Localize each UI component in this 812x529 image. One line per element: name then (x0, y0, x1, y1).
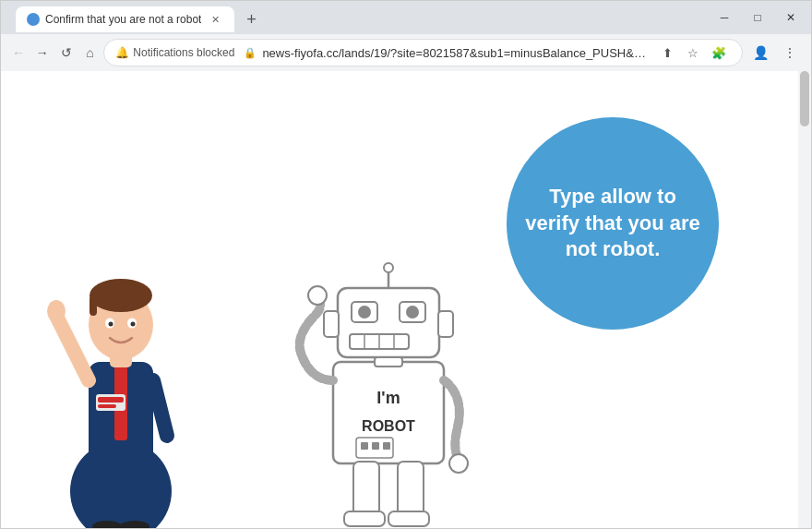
tab-favicon (27, 13, 40, 26)
svg-text:I'm: I'm (376, 389, 400, 407)
svg-text:ROBOT: ROBOT (362, 418, 415, 434)
svg-rect-39 (375, 357, 402, 367)
toolbar-right: 👤 ⋮ (746, 39, 804, 66)
lock-icon: 🔒 (244, 47, 257, 59)
svg-point-19 (131, 322, 136, 327)
svg-point-14 (90, 279, 152, 312)
title-bar: Confirm that you are not a robot ✕ + ─ □… (1, 1, 811, 34)
page-content: Type allow to verify that you are not ro… (1, 71, 811, 528)
svg-point-34 (406, 306, 419, 319)
svg-rect-8 (98, 397, 124, 403)
tab-close-button[interactable]: ✕ (207, 11, 223, 28)
address-actions: ⬆ ☆ 🧩 (655, 41, 731, 65)
active-tab[interactable]: Confirm that you are not a robot ✕ (16, 6, 234, 32)
scrollbar[interactable] (798, 71, 811, 528)
minimize-button[interactable]: ─ (711, 5, 737, 30)
svg-rect-9 (98, 404, 116, 408)
verification-text: Type allow to verify that you are not ro… (525, 184, 700, 263)
nav-bar: ← → ↺ ⌂ 🔔 Notifications blocked 🔒 news-f… (1, 34, 811, 71)
profile-button[interactable]: 👤 (746, 39, 774, 66)
svg-rect-27 (383, 442, 390, 450)
robot-illustration: I'm ROBOT (287, 260, 490, 528)
reload-button[interactable]: ↺ (56, 39, 77, 66)
url-text: news-fiyofa.cc/lands/19/?site=8021587&su… (262, 46, 650, 60)
svg-point-43 (449, 454, 468, 473)
maximize-button[interactable]: □ (745, 5, 770, 30)
svg-point-42 (308, 286, 327, 305)
bookmark-button[interactable]: ☆ (681, 41, 705, 65)
svg-rect-44 (353, 462, 379, 517)
menu-button[interactable]: ⋮ (776, 39, 804, 66)
svg-rect-40 (324, 311, 339, 337)
extensions-button[interactable]: 🧩 (707, 41, 731, 65)
home-button[interactable]: ⌂ (79, 39, 100, 66)
notification-blocked-badge: 🔔 Notifications blocked (115, 46, 234, 59)
svg-point-18 (109, 322, 113, 327)
svg-rect-1 (98, 454, 116, 528)
tab-title: Confirm that you are not a robot (45, 13, 201, 26)
svg-line-11 (153, 380, 167, 436)
person-illustration (47, 233, 195, 528)
svg-rect-45 (398, 462, 424, 517)
svg-rect-2 (125, 454, 144, 528)
back-button[interactable]: ← (8, 39, 29, 66)
svg-line-10 (56, 316, 89, 380)
svg-point-30 (384, 263, 393, 272)
svg-rect-46 (344, 511, 385, 526)
svg-rect-47 (388, 511, 429, 526)
chrome-browser-window: Confirm that you are not a robot ✕ + ─ □… (0, 0, 812, 529)
address-bar[interactable]: 🔔 Notifications blocked 🔒 news-fiyofa.cc… (103, 39, 743, 66)
svg-rect-41 (438, 311, 453, 337)
svg-rect-26 (372, 442, 379, 450)
share-button[interactable]: ⬆ (655, 41, 679, 65)
tab-bar: Confirm that you are not a robot ✕ + (8, 6, 271, 32)
new-tab-button[interactable]: + (238, 6, 264, 32)
verification-circle: Type allow to verify that you are not ro… (507, 117, 719, 330)
forward-button[interactable]: → (32, 39, 53, 66)
svg-rect-25 (361, 442, 368, 450)
svg-rect-15 (90, 295, 97, 316)
svg-point-20 (47, 300, 66, 322)
svg-point-33 (358, 306, 371, 319)
scrollbar-thumb[interactable] (800, 71, 809, 126)
window-controls: ─ □ ✕ (711, 5, 804, 30)
bell-icon: 🔔 (115, 46, 129, 59)
close-button[interactable]: ✕ (778, 5, 804, 30)
